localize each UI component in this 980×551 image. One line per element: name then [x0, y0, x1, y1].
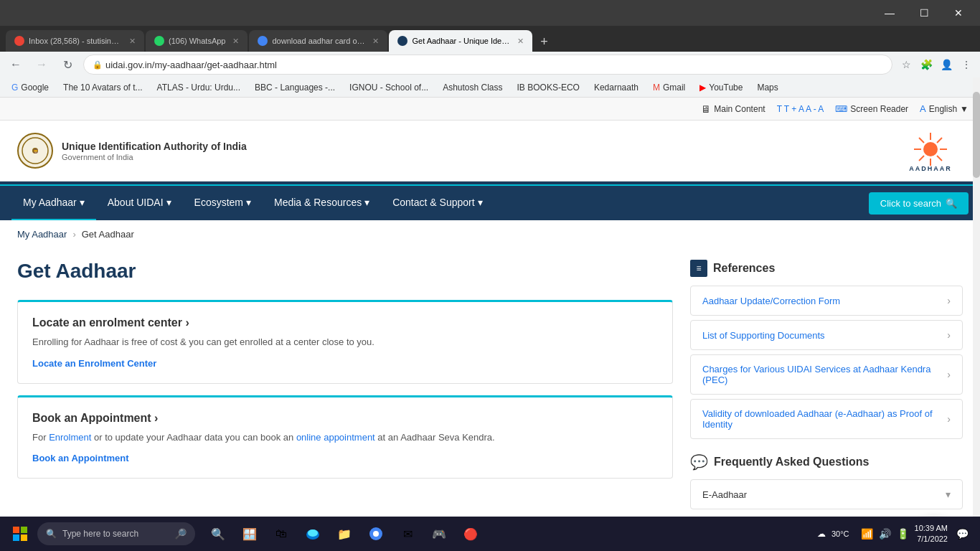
search-button[interactable]: Click to search 🔍 [869, 192, 969, 215]
enrolment-link-inline[interactable]: Enrolment [49, 432, 91, 443]
appointment-card-title[interactable]: Book an Appointment › [32, 412, 658, 425]
language-selector[interactable]: A English ▼ [920, 103, 969, 114]
screen-reader-icon: ⌨ [835, 104, 847, 114]
tab-label-google: download aadhar card online - G [272, 37, 365, 45]
aadhaar-logo-svg: AADHAAR [898, 129, 963, 172]
nav-media-resources[interactable]: Media & Resources ▾ [263, 186, 381, 220]
scrollbar[interactable] [973, 77, 980, 551]
main-content-label: Main Content [714, 104, 765, 114]
maximize-button[interactable]: ☐ [908, 1, 940, 24]
taskbar-app-chrome[interactable] [362, 519, 390, 548]
tab-close-aadhaar[interactable]: ✕ [517, 37, 524, 46]
refresh-button[interactable]: ↻ [57, 55, 77, 75]
text-resize-control[interactable]: T T + A A - A [777, 104, 824, 114]
bookmark-gmail[interactable]: M Gmail [647, 81, 691, 94]
nav-contact-support-label: Contact & Support [392, 197, 474, 208]
taskbar-app-widgets[interactable]: 🪟 [235, 519, 264, 548]
bookmark-ignou[interactable]: IGNOU - School of... [344, 81, 434, 94]
tab-label-aadhaar: Get Aadhaar - Unique Identificati... [412, 37, 510, 45]
tab-close-google[interactable]: ✕ [372, 37, 379, 46]
nav-contact-support[interactable]: Contact & Support ▾ [381, 186, 494, 220]
taskbar-notification-icon[interactable]: 💬 [956, 528, 969, 540]
org-name: Unique Identification Authority of India [62, 140, 247, 153]
taskbar-app-files[interactable]: 📁 [330, 519, 359, 548]
address-bar[interactable]: 🔒 uidai.gov.in/my-aadhaar/get-aadhaar.ht… [83, 55, 892, 75]
menu-icon[interactable]: ⋮ [958, 57, 974, 72]
tab-whatsapp[interactable]: (106) WhatsApp ✕ [146, 30, 248, 52]
taskbar-app-search[interactable]: 🔍 [204, 519, 232, 548]
bookmark-google[interactable]: G Google [6, 81, 55, 94]
tab-close-gmail[interactable]: ✕ [129, 37, 136, 46]
forward-button[interactable]: → [32, 55, 52, 75]
ref-item-0-arrow: › [947, 295, 951, 306]
secure-icon: 🔒 [93, 60, 103, 70]
bookmark-maps-label: Maps [757, 83, 778, 93]
taskbar-app-extra[interactable]: 🔴 [456, 519, 485, 548]
appointment-card-desc: For Enrolment or to update your Aadhaar … [32, 430, 658, 445]
taskbar-app-game[interactable]: 🎮 [425, 519, 453, 548]
taskbar-search-box[interactable]: 🔍 Type here to search 🔎 [37, 522, 195, 545]
profile-icon[interactable]: 👤 [938, 57, 954, 72]
taskbar-app-edge[interactable] [298, 519, 327, 548]
enrolment-center-link[interactable]: Locate an Enrolment Center [32, 358, 156, 369]
ref-item-2[interactable]: Charges for Various UIDAI Services at Aa… [690, 354, 963, 395]
bookmark-atlas[interactable]: ATLAS - Urdu: Urdu... [151, 81, 246, 94]
main-layout: Get Aadhaar Locate an enrolment center ›… [0, 248, 980, 542]
tab-label-whatsapp: (106) WhatsApp [169, 37, 225, 45]
bookmark-avatars[interactable]: The 10 Avatars of t... [57, 81, 149, 94]
breadcrumb-parent[interactable]: My Aadhaar [17, 229, 67, 240]
references-title-row: ≡ References [690, 260, 963, 277]
taskbar-network-icon[interactable]: 📶 [861, 528, 873, 540]
edge-icon [306, 527, 320, 541]
ref-item-3[interactable]: Validity of downloaded Aadhaar (e-Aadhaa… [690, 399, 963, 439]
nav-about-uidai[interactable]: About UIDAI ▾ [96, 186, 183, 220]
ref-item-0[interactable]: Aadhaar Update/Correction Form › [690, 286, 963, 316]
tab-google[interactable]: download aadhar card online - G ✕ [249, 30, 387, 52]
bookmark-icon[interactable]: ☆ [898, 57, 914, 72]
taskbar-app-mail[interactable]: ✉ [393, 519, 422, 548]
start-button[interactable] [6, 519, 34, 548]
nav-my-aadhaar[interactable]: My Aadhaar ▾ [11, 186, 96, 220]
bookmark-bbc[interactable]: BBC - Languages -... [249, 81, 341, 94]
new-tab-button[interactable]: + [534, 32, 554, 52]
tab-aadhaar[interactable]: Get Aadhaar - Unique Identificati... ✕ [389, 30, 532, 52]
screen-reader-link[interactable]: ⌨ Screen Reader [835, 104, 908, 114]
enrolment-card-title[interactable]: Locate an enrolment center › [32, 316, 658, 329]
taskbar-clock[interactable]: 10:39 AM 7/1/2022 [915, 523, 948, 545]
bookmark-maps[interactable]: Maps [751, 81, 783, 94]
bookmark-kedarnaath[interactable]: Kedarnaath [588, 81, 644, 94]
svg-point-23 [308, 529, 318, 537]
taskbar-app-store[interactable]: 🛍 [267, 519, 296, 548]
taskbar-search-icon: 🔍 [46, 529, 57, 539]
svg-line-9 [937, 156, 942, 161]
emblem-svg: 🦁 [21, 136, 50, 165]
faq-icon: 💬 [690, 453, 708, 471]
taskbar-battery-icon[interactable]: 🔋 [897, 528, 909, 540]
taskbar-search-placeholder: Type here to search [62, 529, 138, 539]
tab-gmail[interactable]: Inbox (28,568) - stutisingh222@... ✕ [6, 30, 144, 52]
aadhaar-logo: AADHAAR [898, 129, 963, 172]
book-appointment-link[interactable]: Book an Appointment [32, 453, 129, 463]
tab-close-whatsapp[interactable]: ✕ [232, 37, 239, 46]
faq-item-0-arrow: ▾ [946, 489, 951, 500]
bookmark-ib-books[interactable]: IB BOOKS-ECO [512, 81, 585, 94]
address-bar-row: ← → ↻ 🔒 uidai.gov.in/my-aadhaar/get-aadh… [0, 52, 980, 77]
faq-item-0[interactable]: E-Aadhaar ▾ [690, 479, 963, 509]
references-icon: ≡ [690, 260, 707, 277]
minimize-button[interactable]: — [874, 1, 905, 24]
tab-label-gmail: Inbox (28,568) - stutisingh222@... [29, 37, 122, 45]
extensions-icon[interactable]: 🧩 [918, 57, 934, 72]
nav-ecosystem[interactable]: Ecosystem ▾ [183, 186, 263, 220]
taskbar-volume-icon[interactable]: 🔊 [879, 528, 891, 540]
back-button[interactable]: ← [6, 55, 26, 75]
bookmark-ashutosh[interactable]: Ashutosh Class [437, 81, 508, 94]
scrollbar-thumb[interactable] [973, 92, 980, 178]
bookmark-youtube[interactable]: ▶ YouTube [694, 81, 748, 94]
main-content-link[interactable]: 🖥 Main Content [701, 103, 765, 115]
ref-item-1[interactable]: List of Supporting Documents › [690, 320, 963, 350]
ref-item-1-arrow: › [947, 329, 951, 341]
nav-media-resources-label: Media & Resources [274, 197, 362, 208]
close-button[interactable]: ✕ [943, 1, 974, 24]
gmail-favicon: M [653, 83, 660, 93]
online-appointment-link[interactable]: online appointment [296, 432, 375, 443]
